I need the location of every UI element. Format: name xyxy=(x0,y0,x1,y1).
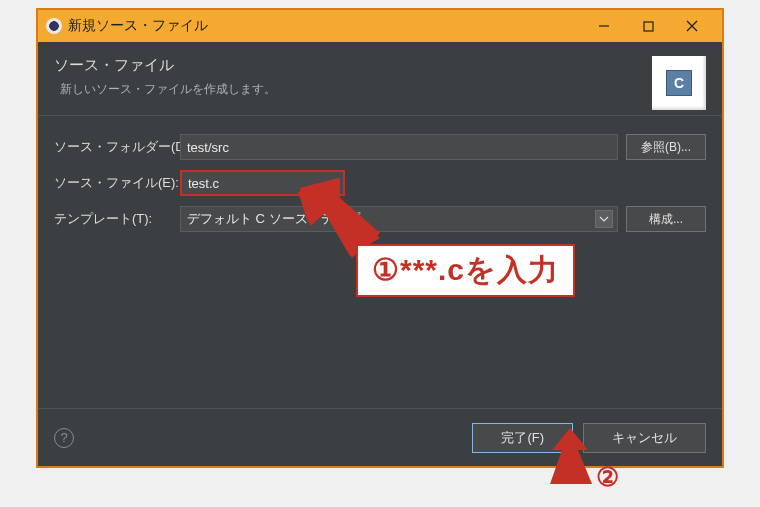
cancel-button[interactable]: キャンセル xyxy=(583,423,706,453)
minimize-button[interactable] xyxy=(582,12,626,40)
finish-button-label: 完了(F) xyxy=(501,430,544,445)
titlebar[interactable]: 新規ソース・ファイル xyxy=(38,10,722,42)
configure-button-label: 構成... xyxy=(649,211,683,228)
help-icon[interactable]: ? xyxy=(54,428,74,448)
chevron-down-icon xyxy=(595,210,613,228)
dialog-header: ソース・ファイル 新しいソース・ファイルを作成します。 C xyxy=(38,42,722,116)
maximize-button[interactable] xyxy=(626,12,670,40)
source-file-input[interactable] xyxy=(180,170,345,196)
dialog-footer: ? 完了(F) キャンセル xyxy=(38,408,722,466)
browse-button-label: 参照(B)... xyxy=(641,139,691,156)
configure-button[interactable]: 構成... xyxy=(626,206,706,232)
cancel-button-label: キャンセル xyxy=(612,430,677,445)
annotation-step-2: ② xyxy=(596,462,619,493)
source-file-label: ソース・ファイル(E): xyxy=(54,174,172,192)
annotation-step-1: ①***.cを入力 xyxy=(356,244,575,297)
eclipse-icon xyxy=(46,18,62,34)
dialog-subtitle: 新しいソース・ファイルを作成します。 xyxy=(54,81,706,98)
template-label: テンプレート(T): xyxy=(54,210,172,228)
window-title: 新規ソース・ファイル xyxy=(68,17,582,35)
template-select-value: デフォルト C ソース・テンプ xyxy=(187,210,360,228)
wizard-badge-icon: C xyxy=(652,56,706,110)
finish-button[interactable]: 完了(F) xyxy=(472,423,573,453)
close-button[interactable] xyxy=(670,12,714,40)
c-file-icon: C xyxy=(666,70,692,96)
svg-rect-1 xyxy=(644,22,653,31)
source-folder-label: ソース・フォルダー(D): xyxy=(54,138,172,156)
dialog-window: 新規ソース・ファイル ソース・ファイル 新しいソース・ファイルを作成します。 C… xyxy=(36,8,724,468)
browse-button[interactable]: 参照(B)... xyxy=(626,134,706,160)
source-folder-input[interactable] xyxy=(180,134,618,160)
template-select[interactable]: デフォルト C ソース・テンプ xyxy=(180,206,618,232)
dialog-title: ソース・ファイル xyxy=(54,56,706,75)
